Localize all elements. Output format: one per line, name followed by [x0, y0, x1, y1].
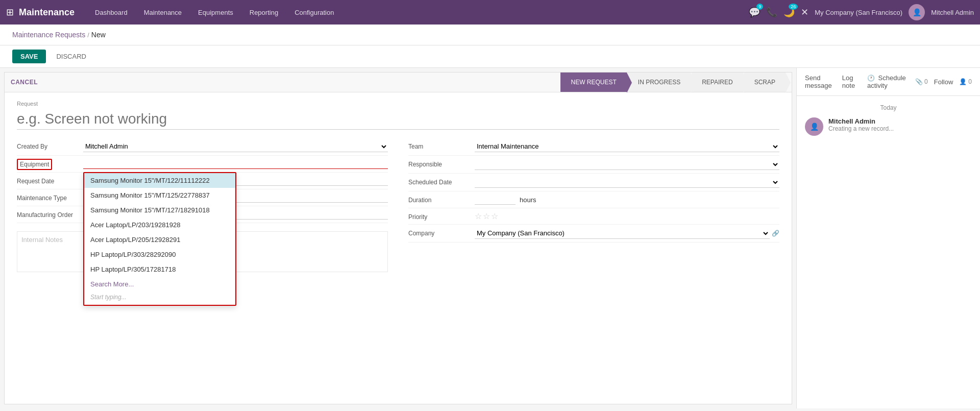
- dropdown-item-1[interactable]: Samsung Monitor 15"/MT/125/22778837: [84, 188, 235, 203]
- value-team: Internal Maintenance: [475, 141, 779, 152]
- input-duration[interactable]: 00:00: [475, 195, 516, 205]
- status-step-repaired[interactable]: REPAIRED: [692, 72, 743, 92]
- send-message-button[interactable]: Send message: [805, 72, 834, 91]
- star-2[interactable]: ☆: [483, 211, 490, 221]
- chatter-author-0: Mitchell Admin: [828, 117, 894, 125]
- form-row-responsible: Responsible: [408, 156, 779, 174]
- request-input[interactable]: [17, 109, 779, 130]
- value-scheduled-date: [475, 177, 779, 188]
- followers-count: 👤 0: [959, 78, 972, 85]
- internal-notes-label: Internal Notes: [21, 236, 63, 244]
- log-note-button[interactable]: Log note: [842, 72, 859, 91]
- label-created-by: Created By: [17, 141, 83, 150]
- dropdown-item-5[interactable]: HP Laptop/LP/303/28292090: [84, 247, 235, 262]
- select-team[interactable]: Internal Maintenance: [475, 141, 779, 152]
- value-created-by: Mitchell Admin: [83, 141, 388, 152]
- label-manufacturing-order: Manufacturing Order: [17, 209, 83, 219]
- schedule-activity-button[interactable]: 🕐 Schedule activity: [867, 72, 907, 91]
- form-row-equipment: Equipment Samsung Monitor 15"/MT/122/111…: [17, 156, 388, 173]
- external-link-icon[interactable]: 🔗: [772, 230, 779, 237]
- paperclip-icon: 📎: [915, 78, 923, 85]
- nav-reporting[interactable]: Reporting: [241, 0, 286, 25]
- equipment-label-box: Equipment: [17, 159, 52, 170]
- avatar[interactable]: 👤: [909, 4, 925, 20]
- label-duration: Duration: [408, 195, 475, 204]
- label-team: Team: [408, 141, 475, 150]
- dropdown-item-0[interactable]: Samsung Monitor 15"/MT/122/11112222: [84, 173, 235, 188]
- dropdown-search-more[interactable]: Search More...: [84, 277, 235, 292]
- chatter-text-0: Creating a new record...: [828, 125, 894, 132]
- user-name: Mitchell Admin: [931, 9, 974, 16]
- apps-icon[interactable]: ⊞: [6, 7, 14, 18]
- form-left-column: Created By Mitchell Admin Equipment: [17, 138, 388, 272]
- top-nav: ⊞ Maintenance Dashboard Maintenance Equi…: [0, 0, 980, 25]
- nav-equipments[interactable]: Equipments: [190, 0, 241, 25]
- form-row-duration: Duration 00:00 hours: [408, 191, 779, 208]
- status-step-in-progress[interactable]: IN PROGRESS: [628, 72, 691, 92]
- moon-icon[interactable]: 🌙26: [783, 7, 795, 18]
- dropdown-item-3[interactable]: Acer Laptop/LP/203/19281928: [84, 217, 235, 232]
- form-row-priority: Priority ☆ ☆ ☆: [408, 208, 779, 225]
- star-1[interactable]: ☆: [475, 211, 482, 221]
- label-company: Company: [408, 228, 475, 237]
- save-button[interactable]: SAVE: [12, 50, 46, 63]
- status-step-new-request[interactable]: NEW REQUEST: [560, 72, 626, 92]
- chatter-body: Today 👤 Mitchell Admin Creating a new re…: [797, 96, 980, 408]
- dropdown-item-4[interactable]: Acer Laptop/LP/205/12928291: [84, 232, 235, 247]
- form-body: Request Created By Mitchell Admin: [5, 92, 792, 404]
- today-label: Today: [805, 104, 972, 111]
- value-equipment[interactable]: [83, 159, 388, 169]
- request-field-wrapper: Request: [17, 101, 779, 138]
- value-duration: 00:00 hours: [475, 195, 779, 205]
- chatter-message-0: 👤 Mitchell Admin Creating a new record..…: [805, 117, 972, 136]
- nav-maintenance[interactable]: Maintenance: [136, 0, 190, 25]
- hours-suffix: hours: [520, 196, 536, 204]
- follow-button[interactable]: Follow: [934, 78, 953, 86]
- phone-icon[interactable]: 📞: [766, 7, 777, 18]
- select-responsible[interactable]: [475, 159, 779, 170]
- nav-links: Dashboard Maintenance Equipments Reporti…: [87, 0, 749, 25]
- request-label: Request: [17, 101, 779, 107]
- cancel-button[interactable]: CANCEL: [11, 72, 46, 92]
- form-row-company: Company My Company (San Francisco) 🔗: [408, 225, 779, 243]
- select-scheduled-date[interactable]: [475, 177, 779, 188]
- select-company[interactable]: My Company (San Francisco): [475, 228, 770, 239]
- breadcrumb-current: New: [91, 31, 106, 39]
- status-step-scrap[interactable]: SCRAP: [744, 72, 786, 92]
- equipment-dropdown: Samsung Monitor 15"/MT/122/11112222 Sams…: [83, 172, 236, 306]
- attachments-count: 📎 0: [915, 78, 928, 85]
- company-name: My Company (San Francisco): [815, 9, 902, 16]
- equipment-input[interactable]: [83, 159, 388, 169]
- form-grid: Created By Mitchell Admin Equipment: [17, 138, 779, 272]
- value-priority: ☆ ☆ ☆: [475, 211, 779, 221]
- chatter-toolbar: Send message Log note 🕐 Schedule activit…: [797, 68, 980, 96]
- discard-button[interactable]: DISCARD: [50, 50, 92, 63]
- action-bar: SAVE DISCARD: [0, 45, 980, 68]
- chat-icon[interactable]: 💬9: [749, 7, 760, 18]
- label-equipment: Equipment: [17, 159, 83, 168]
- dropdown-item-6[interactable]: HP Laptop/LP/305/17281718: [84, 262, 235, 277]
- value-responsible: [475, 159, 779, 170]
- label-maintenance-type: Maintenance Type: [17, 192, 83, 202]
- breadcrumb-separator: /: [87, 31, 89, 39]
- breadcrumb-parent[interactable]: Maintenance Requests: [12, 31, 85, 39]
- close-icon[interactable]: ✕: [801, 7, 808, 18]
- form-right-column: Team Internal Maintenance Responsible: [408, 138, 779, 272]
- main-content: CANCEL NEW REQUEST IN PROGRESS REPAIRED …: [0, 68, 980, 408]
- nav-configuration[interactable]: Configuration: [286, 0, 342, 25]
- dropdown-start-typing: Start typing...: [84, 292, 235, 305]
- nav-dashboard[interactable]: Dashboard: [87, 0, 136, 25]
- chatter-content-0: Mitchell Admin Creating a new record...: [828, 117, 894, 136]
- label-scheduled-date: Scheduled Date: [408, 177, 475, 186]
- form-row-created-by: Created By Mitchell Admin: [17, 138, 388, 156]
- select-created-by[interactable]: Mitchell Admin: [83, 141, 388, 152]
- form-panel: CANCEL NEW REQUEST IN PROGRESS REPAIRED …: [4, 72, 792, 404]
- value-company: My Company (San Francisco) 🔗: [475, 228, 779, 239]
- form-row-team: Team Internal Maintenance: [408, 138, 779, 156]
- status-steps: NEW REQUEST IN PROGRESS REPAIRED SCRAP: [560, 72, 786, 92]
- chatter-actions-right: 📎 0 Follow 👤 0: [915, 78, 972, 86]
- clock-icon: 🕐: [867, 75, 875, 82]
- star-3[interactable]: ☆: [491, 211, 498, 221]
- form-row-scheduled-date: Scheduled Date: [408, 174, 779, 191]
- dropdown-item-2[interactable]: Samsung Monitor 15"/MT/127/18291018: [84, 203, 235, 217]
